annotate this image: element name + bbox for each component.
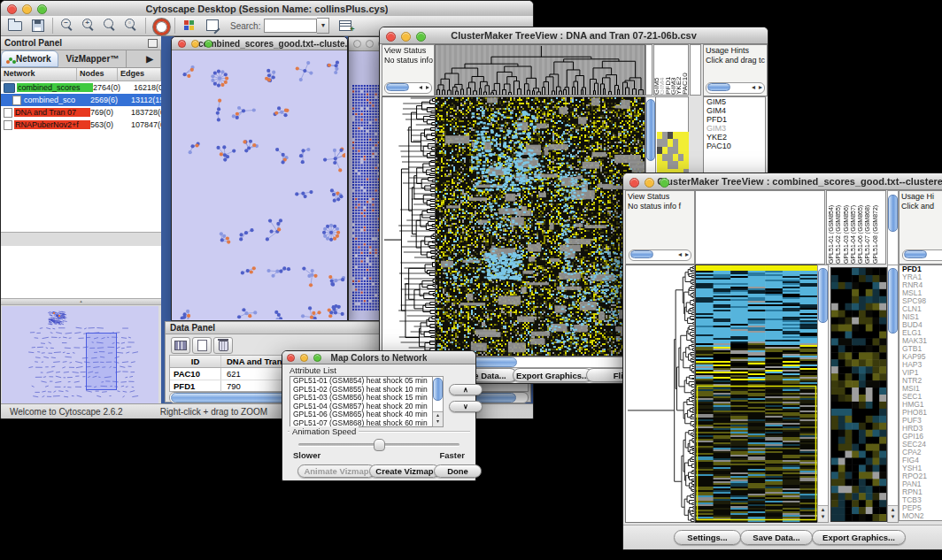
gene-label[interactable]: GIM3 <box>704 124 765 133</box>
export-graphics-button[interactable]: Export Graphics... <box>513 368 592 382</box>
network-window-titlebar[interactable]: combined_scores_good.txt--cluste... <box>172 37 347 50</box>
network-table-row[interactable]: combined_scores2764(0)16218(0) <box>1 81 161 94</box>
move-down-button[interactable]: ∨ <box>449 401 483 412</box>
matrix-cell[interactable] <box>683 139 689 146</box>
matrix-cell[interactable] <box>683 132 689 139</box>
tv2-heatmap-canvas[interactable] <box>695 265 818 523</box>
save-data-button[interactable]: Save Data... <box>740 530 813 545</box>
tv1-selected-matrix[interactable] <box>657 132 689 176</box>
search-dropdown-button[interactable]: ▾ <box>317 18 329 34</box>
network-table-row[interactable]: DNA and Tran 07769(0)183728(0) <box>1 106 161 119</box>
gene-label[interactable]: GIM4 <box>704 106 765 115</box>
scroll-left-icon[interactable]: ◂ <box>752 83 755 92</box>
tv2-heat-vscrollbar[interactable]: ▴▾ <box>817 265 829 523</box>
delete-attribute-button[interactable] <box>213 337 233 354</box>
scroll-arrows[interactable]: ▴▾ <box>818 505 828 522</box>
scroll-left-icon[interactable]: ◂ <box>419 83 422 92</box>
tv2-gene-list[interactable]: PFD1YRA1RNR4MSL1SPC98CLN1NIS1BUD4ELG1MAK… <box>899 265 942 521</box>
create-vizmap-button[interactable]: Create Vizmap <box>369 464 440 478</box>
gene-label[interactable]: YKE2 <box>704 133 765 142</box>
main-window-titlebar[interactable]: Cytoscape Desktop (Session Name: collins… <box>1 1 533 17</box>
zoom-button[interactable] <box>37 4 47 14</box>
search-label: Search: <box>230 21 260 31</box>
scroll-right-icon[interactable]: ▸ <box>685 250 689 259</box>
tab-overflow-arrow[interactable]: ▶ <box>127 50 161 67</box>
attribute-select-button[interactable] <box>171 337 190 354</box>
scroll-right-icon[interactable]: ▸ <box>759 83 762 92</box>
gene-label[interactable]: GIM5 <box>704 97 765 106</box>
tab-vizmapper[interactable]: VizMapper™ <box>58 50 127 67</box>
gene-label[interactable]: MON2 <box>900 512 942 520</box>
help-lifering-button[interactable] <box>151 17 169 35</box>
zoom-fit-button[interactable]: ▫ <box>122 17 140 35</box>
attribute-list[interactable]: GPL51-01 (GSM854) heat shock 05 minGPL51… <box>290 376 433 427</box>
gene-label[interactable]: PFD1 <box>704 115 765 124</box>
animation-speed-label: Animation Speed <box>290 426 359 436</box>
close-button[interactable] <box>7 4 17 14</box>
done-button[interactable]: Done <box>434 464 482 478</box>
zoom-button[interactable] <box>313 354 321 362</box>
scroll-arrows[interactable]: ▴▾ <box>888 505 898 522</box>
attribute-list-scrollbar[interactable]: ▴▾ <box>432 376 444 427</box>
network-table-button[interactable] <box>336 17 354 35</box>
tv1-status-scrollbar[interactable]: ◂▸ <box>384 82 432 94</box>
close-button[interactable] <box>178 40 186 48</box>
dialog-titlebar[interactable]: Map Colors to Network <box>282 351 475 364</box>
minimize-button[interactable] <box>366 40 374 48</box>
birdseye-overview-canvas[interactable] <box>2 306 158 403</box>
zoom-button[interactable] <box>660 178 669 188</box>
close-button[interactable] <box>353 40 361 48</box>
close-button[interactable] <box>287 354 295 362</box>
tv1-view-status-box: View StatusNo status info f ◂▸ <box>382 44 435 96</box>
gene-label[interactable]: PAC10 <box>704 142 765 150</box>
close-button[interactable] <box>386 32 396 42</box>
zoom-button[interactable] <box>416 32 426 42</box>
animate-vizmap-button[interactable]: Animate Vizmap <box>297 464 375 478</box>
search-input[interactable] <box>264 19 317 33</box>
tv2-zoom-heatmap-canvas[interactable] <box>830 267 887 522</box>
scroll-arrows[interactable]: ▴▾ <box>433 411 443 426</box>
move-up-button[interactable]: ∧ <box>449 384 483 395</box>
save-session-button[interactable] <box>29 17 47 35</box>
tv2-zoom-vscrollbar[interactable]: ▴▾ <box>887 265 899 523</box>
settings-button[interactable]: Settings... <box>674 530 741 545</box>
matrix-cell[interactable] <box>683 147 689 154</box>
tv1-column-dendrogram[interactable] <box>435 44 645 96</box>
new-attribute-button[interactable] <box>192 337 212 354</box>
open-session-button[interactable] <box>6 17 24 35</box>
scroll-right-icon[interactable]: ▸ <box>426 83 429 92</box>
tv1-row-dendrogram[interactable] <box>382 96 436 357</box>
minimize-button[interactable] <box>191 40 199 48</box>
treeview2-titlebar[interactable]: ClusterMaker TreeView : combined_scores_… <box>623 173 942 190</box>
float-panel-icon[interactable] <box>148 39 158 48</box>
zoom-button[interactable] <box>205 40 212 48</box>
minimize-button[interactable] <box>22 4 32 14</box>
close-button[interactable] <box>629 178 639 188</box>
matrix-cell[interactable] <box>683 154 689 161</box>
vizmapper-button[interactable] <box>181 17 198 35</box>
minimize-button[interactable] <box>401 32 411 42</box>
zoom-out-button[interactable]: − <box>58 17 76 35</box>
network-table-row[interactable]: combined_sco2569(6)13112(15) <box>1 94 161 106</box>
matrix-cell[interactable] <box>683 161 689 168</box>
tv2-hints-scrollbar[interactable] <box>902 249 942 261</box>
scroll-left-icon[interactable]: ◂ <box>678 250 682 259</box>
annotation-button[interactable] <box>204 17 221 35</box>
network-table: combined_scores2764(0)16218(0)combined_s… <box>1 81 161 233</box>
treeview1-titlebar[interactable]: ClusterMaker TreeView : DNA and Tran 07-… <box>380 27 768 44</box>
network-table-row[interactable]: RNAPuberNov2+f563(0)107847(0) <box>1 119 161 131</box>
minimize-button[interactable] <box>645 178 654 188</box>
zoom-in-button[interactable]: + <box>80 17 97 35</box>
animation-slider-thumb[interactable] <box>374 439 385 451</box>
export-graphics-button[interactable]: Export Graphics... <box>812 530 906 545</box>
tv2-status-scrollbar[interactable]: ◂▸ <box>629 249 691 261</box>
tv1-hints-scrollbar[interactable]: ◂▸ <box>706 82 765 94</box>
tv1-heatmap-canvas[interactable] <box>435 96 645 357</box>
splitter-handle[interactable]: ▴ <box>1 298 161 305</box>
tv2-labels-scrollbar[interactable] <box>887 190 899 266</box>
minimize-button[interactable] <box>300 354 308 362</box>
network-view-canvas[interactable] <box>172 50 345 319</box>
zoom-selected-button[interactable] <box>101 17 119 35</box>
tab-network[interactable]: Network <box>1 50 58 67</box>
tv2-row-dendrogram[interactable] <box>625 265 695 523</box>
